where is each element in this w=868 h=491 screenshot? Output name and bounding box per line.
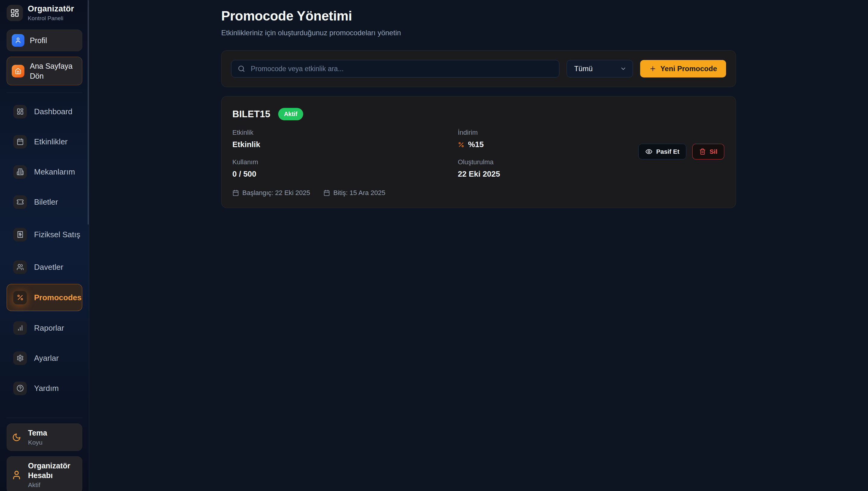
receipt-icon	[13, 228, 27, 241]
sidebar-item-etkinlikler[interactable]: Etkinlikler	[7, 126, 82, 157]
eye-icon	[645, 148, 653, 155]
theme-value: Koyu	[28, 439, 47, 446]
sidebar-item-ayarlar[interactable]: Ayarlar	[7, 343, 82, 373]
sidebar-item-label: Profil	[30, 35, 47, 46]
brand-logo-icon	[7, 5, 23, 21]
brand: Organizatör Kontrol Paneli	[7, 4, 82, 22]
filter-select[interactable]: Tümü	[567, 60, 633, 78]
account-user-icon	[11, 470, 22, 480]
toolbar-panel: Tümü Yeni Promocode	[221, 50, 736, 87]
delete-button-label: Sil	[710, 148, 717, 155]
dashboard-icon	[13, 105, 27, 118]
calendar-icon	[232, 190, 239, 196]
calendar-icon	[323, 190, 330, 196]
search-input[interactable]	[231, 60, 559, 78]
field-value: 0 / 500	[232, 169, 458, 179]
start-date: Başlangıç: 22 Eki 2025	[232, 189, 310, 197]
user-icon	[12, 34, 24, 47]
account-status: Aktif	[28, 481, 73, 489]
field-event: Etkinlik Etkinlik	[232, 129, 458, 149]
sidebar-item-label: Promocodes	[34, 293, 82, 302]
gear-icon	[13, 351, 27, 365]
status-badge: Aktif	[278, 108, 303, 120]
account-label: Organizatör Hesabı	[28, 461, 73, 480]
sidebar-item-label: Fiziksel Satış	[34, 230, 80, 240]
field-created: Oluşturulma 22 Eki 2025	[458, 158, 683, 179]
sidebar-item-profil[interactable]: Profil	[7, 30, 82, 51]
sidebar-item-label: Dashboard	[34, 107, 72, 117]
help-circle-icon	[13, 382, 27, 395]
sidebar-item-dashboard[interactable]: Dashboard	[7, 96, 82, 126]
sidebar-item-label: Etkinlikler	[34, 137, 67, 147]
discount-value: %15	[468, 140, 484, 149]
field-value: 22 Eki 2025	[458, 169, 683, 179]
sidebar-item-promocodes[interactable]: Promocodes	[7, 284, 82, 311]
sidebar-item-yardim[interactable]: Yardım	[7, 373, 82, 403]
search-icon	[238, 65, 245, 73]
bar-chart-icon	[13, 321, 27, 335]
field-usage: Kullanım 0 / 500	[232, 158, 458, 179]
field-label: Oluşturulma	[458, 158, 683, 166]
percent-icon	[458, 141, 465, 148]
main-content: Promocode Yönetimi Etkinlikleriniz için …	[89, 0, 868, 491]
sidebar-item-biletler[interactable]: Biletler	[7, 187, 82, 217]
sidebar-item-label: Ana Sayfaya Dön	[30, 61, 77, 81]
sidebar-item-label: Davetler	[34, 262, 63, 272]
search-field	[231, 60, 559, 78]
sidebar-item-davetler[interactable]: Davetler	[7, 252, 82, 282]
theme-toggle[interactable]: Tema Koyu	[7, 424, 82, 451]
field-label: İndirim	[458, 129, 683, 137]
building-icon	[13, 165, 27, 179]
end-date: Bitiş: 15 Ara 2025	[323, 189, 385, 197]
home-icon	[12, 65, 24, 78]
page-subtitle: Etkinlikleriniz için oluşturduğunuz prom…	[221, 29, 736, 37]
promocode-card: BILET15 Aktif Etkinlik Etkinlik İndirim	[221, 96, 736, 208]
delete-button[interactable]: Sil	[692, 143, 724, 159]
chevron-down-icon	[620, 65, 627, 72]
deactivate-button[interactable]: Pasif Et	[638, 143, 686, 159]
sidebar-item-label: Yardım	[34, 383, 59, 393]
deactivate-button-label: Pasif Et	[656, 148, 679, 155]
page-title: Promocode Yönetimi	[221, 8, 736, 24]
new-promocode-button-label: Yeni Promocode	[660, 64, 717, 73]
promocode-code: BILET15	[232, 109, 270, 120]
sidebar-item-ana-sayfaya-don[interactable]: Ana Sayfaya Dön	[7, 57, 82, 85]
sidebar-nav: Dashboard Etkinlikler Mekanlarım Biletle…	[7, 96, 82, 403]
plus-icon	[649, 65, 656, 73]
brand-title: Organizatör	[28, 4, 74, 13]
field-value: Etkinlik	[232, 140, 458, 149]
filter-selected-value: Tümü	[574, 64, 593, 73]
field-label: Etkinlik	[232, 129, 458, 137]
users-icon	[13, 260, 27, 274]
sidebar-item-label: Ayarlar	[34, 353, 59, 363]
account-card[interactable]: Organizatör Hesabı Aktif	[7, 456, 82, 491]
theme-label: Tema	[28, 428, 47, 438]
brand-subtitle: Kontrol Paneli	[28, 15, 74, 22]
new-promocode-button[interactable]: Yeni Promocode	[640, 60, 726, 78]
sidebar-divider	[7, 92, 82, 93]
sidebar-item-label: Raporlar	[34, 323, 64, 333]
sidebar-item-label: Biletler	[34, 197, 58, 207]
sidebar-divider	[7, 418, 82, 418]
sidebar-item-label: Mekanlarım	[34, 167, 75, 177]
percent-icon	[13, 291, 27, 305]
sidebar-item-mekanlarim[interactable]: Mekanlarım	[7, 157, 82, 187]
calendar-icon	[13, 135, 27, 149]
trash-icon	[699, 148, 706, 155]
sidebar: Organizatör Kontrol Paneli Profil Ana Sa…	[0, 0, 89, 491]
ticket-icon	[13, 195, 27, 209]
field-label: Kullanım	[232, 158, 458, 166]
sidebar-item-raporlar[interactable]: Raporlar	[7, 313, 82, 343]
app-window: Organizatör Kontrol Paneli Profil Ana Sa…	[0, 0, 868, 491]
sidebar-item-fiziksel-satis[interactable]: Fiziksel Satış	[7, 217, 82, 252]
end-date-text: Bitiş: 15 Ara 2025	[333, 189, 385, 197]
start-date-text: Başlangıç: 22 Eki 2025	[242, 189, 310, 197]
moon-icon	[11, 433, 22, 442]
